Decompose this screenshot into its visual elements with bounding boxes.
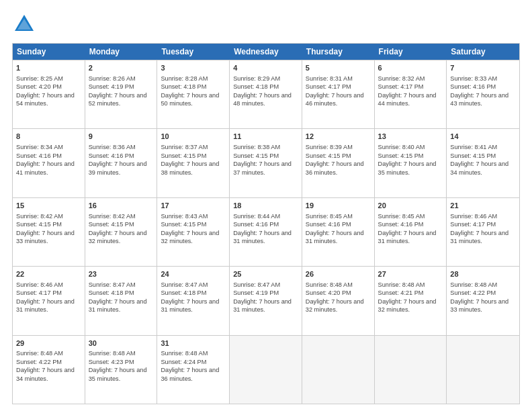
sunrise-info: Sunrise: 8:48 AM [16, 350, 63, 357]
sunrise-info: Sunrise: 8:46 AM [16, 281, 63, 288]
sunrise-info: Sunrise: 8:48 AM [161, 350, 208, 357]
sunrise-info: Sunrise: 8:29 AM [233, 75, 280, 82]
sunset-info: Sunset: 4:16 PM [306, 221, 351, 228]
day-number: 18 [233, 201, 298, 211]
cal-cell: 20Sunrise: 8:45 AMSunset: 4:16 PMDayligh… [375, 198, 447, 266]
cal-cell: 10Sunrise: 8:37 AMSunset: 4:15 PMDayligh… [157, 129, 230, 197]
sunset-info: Sunset: 4:15 PM [16, 221, 62, 228]
sunset-info: Sunset: 4:17 PM [378, 83, 424, 90]
cal-cell: 27Sunrise: 8:48 AMSunset: 4:21 PMDayligh… [375, 267, 447, 334]
sunset-info: Sunset: 4:15 PM [89, 221, 134, 228]
calendar-header: SundayMondayTuesdayWednesdayThursdayFrid… [13, 44, 519, 60]
sunrise-info: Sunrise: 8:41 AM [450, 144, 497, 150]
daylight-info: Daylight: 7 hours and 35 minutes. [378, 161, 437, 175]
cal-header-saturday: Saturday [447, 44, 519, 60]
cal-cell: 5Sunrise: 8:31 AMSunset: 4:17 PMDaylight… [302, 60, 375, 128]
day-number: 26 [306, 269, 371, 279]
day-number: 11 [233, 132, 298, 142]
sunrise-info: Sunrise: 8:44 AM [233, 213, 280, 220]
daylight-info: Daylight: 7 hours and 31 minutes. [233, 230, 292, 244]
cal-cell: 13Sunrise: 8:40 AMSunset: 4:15 PMDayligh… [375, 129, 447, 197]
sunrise-info: Sunrise: 8:48 AM [89, 350, 136, 357]
daylight-info: Daylight: 7 hours and 31 minutes. [306, 230, 364, 244]
sunset-info: Sunset: 4:24 PM [161, 359, 206, 365]
cal-cell: 4Sunrise: 8:29 AMSunset: 4:18 PMDaylight… [230, 60, 302, 128]
cal-week-3: 15Sunrise: 8:42 AMSunset: 4:15 PMDayligh… [13, 197, 519, 266]
sunrise-info: Sunrise: 8:42 AM [16, 213, 63, 220]
cal-cell: 24Sunrise: 8:47 AMSunset: 4:18 PMDayligh… [157, 267, 230, 334]
day-number: 19 [306, 201, 371, 211]
sunset-info: Sunset: 4:18 PM [233, 83, 279, 90]
cal-cell: 23Sunrise: 8:47 AMSunset: 4:18 PMDayligh… [85, 267, 158, 334]
sunset-info: Sunset: 4:15 PM [161, 152, 206, 159]
page: SundayMondayTuesdayWednesdayThursdayFrid… [0, 0, 532, 411]
daylight-info: Daylight: 7 hours and 33 minutes. [450, 298, 508, 313]
sunrise-info: Sunrise: 8:33 AM [450, 75, 497, 82]
daylight-info: Daylight: 7 hours and 31 minutes. [450, 230, 508, 244]
cal-cell: 25Sunrise: 8:47 AMSunset: 4:19 PMDayligh… [230, 267, 302, 334]
cal-cell: 30Sunrise: 8:48 AMSunset: 4:23 PMDayligh… [85, 336, 158, 404]
daylight-info: Daylight: 7 hours and 32 minutes. [89, 230, 147, 244]
sunrise-info: Sunrise: 8:47 AM [89, 281, 136, 288]
sunset-info: Sunset: 4:17 PM [450, 221, 496, 228]
sunrise-info: Sunrise: 8:42 AM [89, 213, 136, 220]
daylight-info: Daylight: 7 hours and 38 minutes. [161, 161, 219, 175]
cal-cell [230, 336, 302, 404]
cal-header-friday: Friday [375, 44, 447, 60]
day-number: 5 [306, 63, 371, 73]
day-number: 21 [450, 201, 516, 211]
cal-cell: 18Sunrise: 8:44 AMSunset: 4:16 PMDayligh… [230, 198, 302, 266]
cal-cell: 9Sunrise: 8:36 AMSunset: 4:16 PMDaylight… [85, 129, 158, 197]
sunset-info: Sunset: 4:23 PM [89, 359, 134, 365]
sunset-info: Sunset: 4:15 PM [450, 152, 496, 159]
sunrise-info: Sunrise: 8:47 AM [233, 281, 280, 288]
daylight-info: Daylight: 7 hours and 32 minutes. [306, 298, 364, 313]
cal-cell: 17Sunrise: 8:43 AMSunset: 4:15 PMDayligh… [157, 198, 230, 266]
day-number: 30 [89, 338, 154, 349]
cal-cell: 28Sunrise: 8:48 AMSunset: 4:22 PMDayligh… [447, 267, 519, 334]
cal-cell: 2Sunrise: 8:26 AMSunset: 4:19 PMDaylight… [85, 60, 158, 128]
cal-cell: 12Sunrise: 8:39 AMSunset: 4:15 PMDayligh… [302, 129, 375, 197]
day-number: 10 [161, 132, 226, 142]
cal-cell: 26Sunrise: 8:48 AMSunset: 4:20 PMDayligh… [302, 267, 375, 334]
sunrise-info: Sunrise: 8:34 AM [16, 144, 63, 150]
day-number: 24 [161, 269, 226, 279]
cal-cell: 1Sunrise: 8:25 AMSunset: 4:20 PMDaylight… [13, 60, 85, 128]
cal-cell: 14Sunrise: 8:41 AMSunset: 4:15 PMDayligh… [447, 129, 519, 197]
sunrise-info: Sunrise: 8:48 AM [450, 281, 497, 288]
sunrise-info: Sunrise: 8:39 AM [306, 144, 353, 150]
sunrise-info: Sunrise: 8:40 AM [378, 144, 425, 150]
sunrise-info: Sunrise: 8:28 AM [161, 75, 208, 82]
day-number: 6 [378, 63, 443, 73]
cal-header-monday: Monday [85, 44, 158, 60]
cal-cell: 7Sunrise: 8:33 AMSunset: 4:16 PMDaylight… [447, 60, 519, 128]
logo-icon [12, 12, 36, 36]
calendar-body: 1Sunrise: 8:25 AMSunset: 4:20 PMDaylight… [13, 60, 519, 404]
cal-cell: 15Sunrise: 8:42 AMSunset: 4:15 PMDayligh… [13, 198, 85, 266]
daylight-info: Daylight: 7 hours and 31 minutes. [16, 298, 75, 313]
header [12, 12, 520, 36]
cal-cell: 11Sunrise: 8:38 AMSunset: 4:15 PMDayligh… [230, 129, 302, 197]
daylight-info: Daylight: 7 hours and 34 minutes. [450, 161, 508, 175]
sunset-info: Sunset: 4:16 PM [16, 152, 62, 159]
day-number: 17 [161, 201, 226, 211]
sunset-info: Sunset: 4:22 PM [450, 289, 496, 296]
cal-cell: 29Sunrise: 8:48 AMSunset: 4:22 PMDayligh… [13, 336, 85, 404]
sunset-info: Sunset: 4:16 PM [233, 221, 279, 228]
cal-cell [375, 336, 447, 404]
cal-cell [302, 336, 375, 404]
sunset-info: Sunset: 4:15 PM [161, 221, 206, 228]
daylight-info: Daylight: 7 hours and 32 minutes. [378, 298, 437, 313]
cal-cell: 31Sunrise: 8:48 AMSunset: 4:24 PMDayligh… [157, 336, 230, 404]
sunrise-info: Sunrise: 8:48 AM [306, 281, 353, 288]
sunset-info: Sunset: 4:16 PM [378, 221, 424, 228]
cal-header-sunday: Sunday [13, 44, 85, 60]
sunrise-info: Sunrise: 8:48 AM [378, 281, 425, 288]
cal-header-tuesday: Tuesday [157, 44, 230, 60]
day-number: 23 [89, 269, 154, 279]
sunrise-info: Sunrise: 8:31 AM [306, 75, 353, 82]
cal-week-2: 8Sunrise: 8:34 AMSunset: 4:16 PMDaylight… [13, 128, 519, 197]
daylight-info: Daylight: 7 hours and 41 minutes. [16, 161, 75, 175]
day-number: 28 [450, 269, 516, 279]
cal-cell: 21Sunrise: 8:46 AMSunset: 4:17 PMDayligh… [447, 198, 519, 266]
